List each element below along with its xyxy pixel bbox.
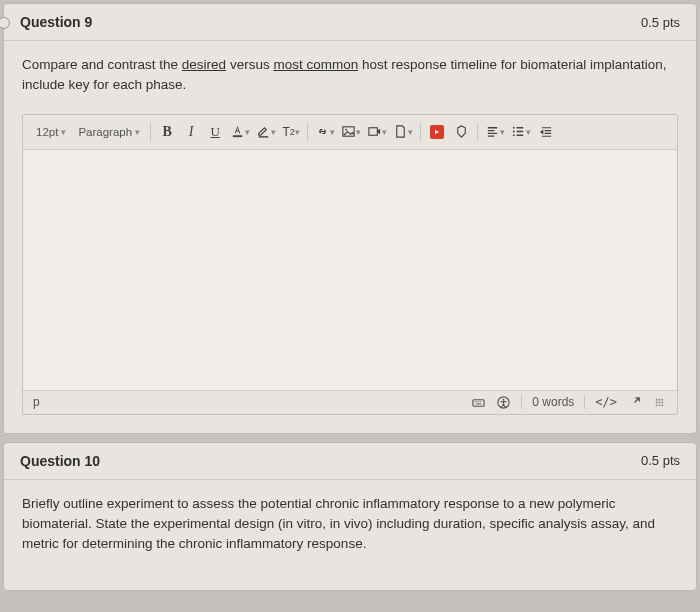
indent-button[interactable] [535, 121, 557, 143]
question-9-title: Question 9 [20, 14, 92, 30]
question-10-prompt: Briefly outline experiment to assess the… [22, 494, 678, 555]
svg-point-11 [656, 398, 658, 400]
svg-point-14 [656, 401, 658, 403]
editor-footer: p 0 words </> [23, 390, 677, 414]
record-button[interactable] [426, 121, 448, 143]
keyboard-icon[interactable] [471, 395, 486, 410]
svg-point-10 [503, 398, 505, 400]
chevron-down-icon: ▾ [408, 127, 413, 137]
svg-point-13 [661, 398, 663, 400]
chevron-down-icon: ▾ [330, 127, 335, 137]
svg-point-7 [513, 134, 515, 136]
chevron-down-icon: ▾ [356, 127, 361, 137]
fullscreen-button[interactable] [627, 395, 642, 410]
footer-divider [521, 395, 522, 409]
document-button[interactable]: ▾ [391, 121, 415, 143]
chevron-down-icon: ▾ [500, 127, 505, 137]
svg-point-17 [656, 404, 658, 406]
toolbar-divider [150, 123, 151, 141]
text-color-button[interactable]: ▾ [228, 121, 252, 143]
bold-button[interactable]: B [156, 121, 178, 143]
chevron-down-icon: ▾ [526, 127, 531, 137]
chevron-down-icon: ▾ [245, 127, 250, 137]
html-view-button[interactable]: </> [595, 395, 617, 409]
chevron-down-icon: ▾ [295, 127, 300, 137]
svg-point-16 [661, 401, 663, 403]
resize-handle[interactable] [652, 395, 667, 410]
font-size-select[interactable]: 12pt ▾ [31, 124, 71, 140]
highlight-button[interactable]: ▾ [254, 121, 278, 143]
svg-point-3 [345, 129, 347, 131]
question-10-header: Question 10 0.5 pts [4, 443, 696, 479]
chevron-down-icon: ▾ [382, 127, 387, 137]
editor-textarea[interactable] [23, 150, 677, 390]
align-button[interactable]: ▾ [483, 121, 507, 143]
chevron-down-icon: ▾ [135, 127, 140, 137]
question-10-points: 0.5 pts [641, 453, 680, 468]
toolbar-divider [420, 123, 421, 141]
list-button[interactable]: ▾ [509, 121, 533, 143]
question-10-title: Question 10 [20, 453, 100, 469]
editor-toolbar: 12pt ▾ Paragraph ▾ B I U ▾ [23, 115, 677, 150]
paragraph-label: Paragraph [78, 126, 132, 138]
prompt-underline-1: desired [182, 57, 226, 72]
svg-point-5 [513, 127, 515, 129]
prompt-text: Compare and contrast the [22, 57, 182, 72]
accessibility-icon[interactable] [496, 395, 511, 410]
prompt-text: versus [226, 57, 273, 72]
chevron-down-icon: ▾ [61, 127, 66, 137]
question-9-prompt: Compare and contrast the desired versus … [22, 55, 678, 96]
superscript-label: T [282, 125, 289, 139]
question-9-body: Compare and contrast the desired versus … [4, 40, 696, 433]
svg-point-19 [661, 404, 663, 406]
word-count: 0 words [532, 395, 574, 409]
image-button[interactable]: ▾ [339, 121, 363, 143]
svg-rect-0 [233, 135, 242, 137]
question-10-card: Question 10 0.5 pts Briefly outline expe… [3, 442, 697, 592]
play-icon [430, 125, 444, 139]
font-size-label: 12pt [36, 126, 58, 138]
link-button[interactable]: ▾ [313, 121, 337, 143]
question-9-header: Question 9 0.5 pts [4, 4, 696, 40]
svg-point-12 [659, 398, 661, 400]
toolbar-divider [307, 123, 308, 141]
svg-point-18 [659, 404, 661, 406]
svg-rect-8 [473, 399, 484, 406]
question-9-points: 0.5 pts [641, 15, 680, 30]
italic-button[interactable]: I [180, 121, 202, 143]
underline-button[interactable]: U [204, 121, 226, 143]
paragraph-select[interactable]: Paragraph ▾ [73, 124, 145, 140]
media-button[interactable]: ▾ [365, 121, 389, 143]
rich-text-editor: 12pt ▾ Paragraph ▾ B I U ▾ [22, 114, 678, 415]
svg-point-6 [513, 131, 515, 133]
chevron-down-icon: ▾ [271, 127, 276, 137]
prompt-underline-2: most common [273, 57, 358, 72]
toolbar-divider [477, 123, 478, 141]
question-10-body: Briefly outline experiment to assess the… [4, 479, 696, 591]
apps-button[interactable] [450, 121, 472, 143]
svg-point-15 [659, 401, 661, 403]
svg-rect-4 [369, 128, 377, 136]
superscript-button[interactable]: T2 ▾ [280, 121, 302, 143]
svg-rect-1 [259, 136, 268, 137]
element-path[interactable]: p [33, 395, 40, 409]
footer-divider [584, 395, 585, 409]
question-9-card: Question 9 0.5 pts Compare and contrast … [3, 3, 697, 434]
